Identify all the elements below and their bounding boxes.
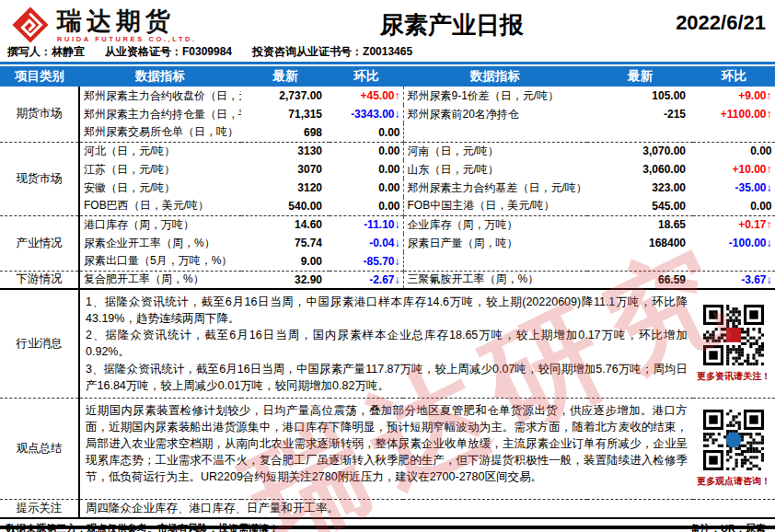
table-row: FOB巴西（日，美元/吨）540.000.00FOB中国主港（日，美元/吨）54…	[0, 197, 775, 215]
col-header-indicator-left: 数据指标	[79, 66, 241, 87]
latest-value: 698	[241, 123, 330, 142]
indicator-name: 郑州尿素主力合约持仓量（日，手）	[79, 105, 241, 123]
report-header: 瑞达期货 RUIDA FUTURES CO.,LTD. 尿素产业日报 2022/…	[0, 0, 775, 44]
col-header-indicator-right: 数据指标	[403, 66, 587, 87]
summary-row: 观点总结 近期国内尿素装置检修计划较少，日均产量高位震荡，叠加部分地区夏管肥和仓…	[0, 398, 775, 499]
latest-value: 540.00	[241, 197, 330, 215]
latest-value	[587, 123, 693, 142]
category-label: 产业情况	[0, 215, 79, 271]
news-qr-caption: 更多资讯请关注！	[693, 370, 775, 383]
table-row: 下游情况复合肥开工率（周，%）32.90-2.67↓三聚氰胺开工率（周，%）66…	[0, 271, 775, 289]
latest-value: 18.65	[587, 215, 693, 234]
change-value: -2.67↓	[330, 271, 403, 289]
latest-value: 3070	[241, 160, 330, 179]
summary-qr-caption: 更多观点请咨询！	[693, 475, 775, 488]
company-name: 瑞达期货	[57, 7, 197, 35]
qrcode-summary-icon	[703, 410, 764, 470]
indicator-name: 郑州尿素前20名净持仓	[403, 105, 587, 123]
latest-value: 9.00	[241, 252, 330, 271]
latest-value: 3120	[241, 179, 330, 197]
news-label: 行业消息	[0, 289, 79, 398]
col-header-category: 项目类别	[0, 66, 79, 87]
news-qr: 更多资讯请关注！	[693, 289, 775, 398]
col-header-change-right: 环比	[693, 66, 775, 87]
latest-value: 75.74	[241, 234, 330, 252]
indicator-name: 河北（日，元/吨）	[79, 142, 241, 160]
indicator-name: 三聚氰胺开工率（周，%）	[403, 271, 587, 289]
change-value: -85.70↓	[330, 252, 403, 271]
bottom-rule	[0, 526, 775, 529]
change-value: -3343.00↓	[330, 105, 403, 123]
analyst-meta: 撰写人：林静宜 从业资格证号：F0309984 投资咨询从业证书号：Z00134…	[0, 44, 775, 61]
indicator-name: 尿素日产量（周，吨）	[403, 234, 587, 252]
change-value: 0.00	[693, 197, 775, 215]
indicator-name: 江苏（日，元/吨）	[79, 160, 241, 179]
col-header-latest-left: 最新	[241, 66, 330, 87]
page-title: 尿素产业日报	[258, 4, 646, 41]
category-label: 下游情况	[0, 271, 79, 289]
change-value: 0.00	[330, 142, 403, 160]
summary-text: 近期国内尿素装置检修计划较少，日均产量高位震荡，叠加部分地区夏管肥和仓单货源出货…	[79, 398, 693, 499]
change-value: +0.17↑	[693, 215, 775, 234]
indicator-name	[403, 123, 587, 142]
change-value: 0.00	[693, 142, 775, 160]
latest-value: 3130	[241, 142, 330, 160]
col-header-change-left: 环比	[330, 66, 403, 87]
table-row: 江苏（日，元/吨）30700.00山东（日，元/吨）3,060.00+10.00…	[0, 160, 775, 179]
indicator-name: 尿素出口量（5月，万吨，%）	[79, 252, 241, 271]
indicator-name: 企业库存（周，万吨）	[403, 215, 587, 234]
indicator-name	[403, 252, 587, 271]
qrcode-news-icon	[703, 305, 764, 365]
news-row: 行业消息 1、据隆众资讯统计，截至6月16日当周，中国尿素港口样本库存14.6万…	[0, 289, 775, 398]
author: 撰写人：林静宜	[7, 44, 85, 61]
table-header-row: 项目类别 数据指标 最新 环比 数据指标 最新 环比	[0, 66, 775, 87]
indicator-name: 山东（日，元/吨）	[403, 160, 587, 179]
change-value: 0.00	[330, 197, 403, 215]
indicator-name: 郑州尿素9-1价差（日，元/吨）	[403, 87, 587, 105]
table-row: 产业情况港口库存（周，万吨）14.60-11.10↓企业库存（周，万吨）18.6…	[0, 215, 775, 234]
latest-value: 545.00	[587, 197, 693, 215]
latest-value: 105.00	[587, 87, 693, 105]
latest-value: 71,315	[241, 105, 330, 123]
summary-label: 观点总结	[0, 398, 79, 499]
table-row: 期货市场郑州尿素主力合约收盘价（日，元/吨2,737.00+45.00↑郑州尿素…	[0, 87, 775, 105]
change-value: +9.00↑	[693, 87, 775, 105]
latest-value: 32.90	[241, 271, 330, 289]
focus-text: 周四隆众企业库存、港口库存、日产量和开工率。	[79, 499, 775, 518]
col-header-latest-right: 最新	[587, 66, 693, 87]
indicator-name: FOB巴西（日，美元/吨）	[79, 197, 241, 215]
latest-value: -215	[587, 105, 693, 123]
change-value: 0.00	[330, 160, 403, 179]
table-row: 尿素出口量（5月，万吨，%）9.00-85.70↓	[0, 252, 775, 271]
change-value	[693, 123, 775, 142]
latest-value: 168400	[587, 234, 693, 252]
change-value: -11.10↓	[330, 215, 403, 234]
company-logo: 瑞达期货 RUIDA FUTURES CO.,LTD.	[9, 4, 258, 46]
indicator-name: 郑州尿素主力合约基差（日，元/吨）	[403, 179, 587, 197]
indicator-name: 郑州尿素交易所仓单（日，吨）	[79, 123, 241, 142]
summary-qr: 更多观点请咨询！	[693, 398, 775, 499]
indicator-name: 复合肥开工率（周，%）	[79, 271, 241, 289]
latest-value: 3,060.00	[587, 160, 693, 179]
indicator-name: FOB中国主港（日，美元/吨）	[403, 197, 587, 215]
table-row: 安徽（日，元/吨）31200.00郑州尿素主力合约基差（日，元/吨）323.00…	[0, 179, 775, 197]
latest-value: 3,070.00	[587, 142, 693, 160]
change-value: +10.00↑	[693, 160, 775, 179]
company-name-en: RUIDA FUTURES CO.,LTD.	[57, 35, 197, 43]
latest-value: 2,737.00	[241, 87, 330, 105]
table-row: 现货市场河北（日，元/吨）31300.00河南（日，元/吨）3,070.000.…	[0, 142, 775, 160]
change-value: 0.00	[330, 123, 403, 142]
divider-bar	[0, 62, 775, 64]
latest-value: 323.00	[587, 179, 693, 197]
change-value	[693, 252, 775, 271]
report-page: 瑞达期货 RUIDA FUTURES CO.,LTD. 尿素产业日报 2022/…	[0, 0, 775, 532]
focus-label: 提示关注	[0, 499, 79, 518]
change-value: -0.04↓	[330, 234, 403, 252]
change-value: 0.00	[330, 179, 403, 197]
change-value: -3.67↓	[693, 271, 775, 289]
report-date: 2022/6/21	[646, 4, 766, 35]
indicator-name: 河南（日，元/吨）	[403, 142, 587, 160]
ruida-logo-icon	[9, 4, 52, 46]
focus-row: 提示关注 周四隆众企业库存、港口库存、日产量和开工率。	[0, 499, 775, 518]
change-value: +1100.00↑	[693, 105, 775, 123]
